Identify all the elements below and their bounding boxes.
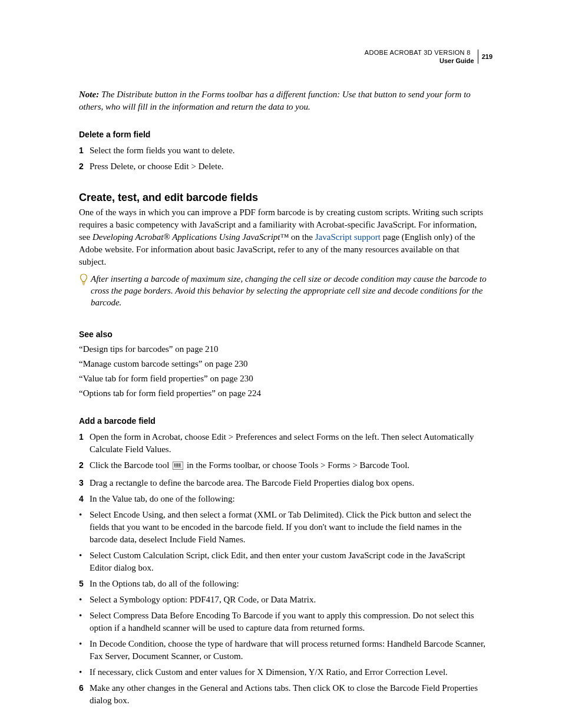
see-also-item: “Manage custom barcode settings” on page… bbox=[79, 358, 487, 370]
see-also-heading: See also bbox=[79, 328, 487, 341]
bullet-icon: • bbox=[79, 610, 90, 634]
see-also-item: “Design tips for barcodes” on page 210 bbox=[79, 343, 487, 355]
step-number: 4 bbox=[79, 493, 90, 505]
step-text: Click the Barcode tool in the Forms tool… bbox=[90, 459, 409, 473]
svg-rect-3 bbox=[177, 463, 177, 467]
bullet-text: Select a Symbology option: PDF417, QR Co… bbox=[90, 594, 316, 606]
bullet-icon: • bbox=[79, 666, 90, 678]
add-barcode-heading: Add a barcode field bbox=[79, 415, 487, 427]
javascript-support-link[interactable]: JavaScript support bbox=[315, 232, 381, 242]
step-number: 3 bbox=[79, 477, 90, 489]
see-also-item: “Value tab for form field properties” on… bbox=[79, 373, 487, 385]
step-number: 2 bbox=[79, 160, 90, 173]
bullet-icon: • bbox=[79, 549, 90, 574]
note-label: Note: bbox=[79, 90, 99, 99]
list-item: •Select a Symbology option: PDF417, QR C… bbox=[79, 594, 487, 606]
step-text: In the Options tab, do all of the follow… bbox=[90, 578, 239, 590]
list-item: •Select Encode Using, and then select a … bbox=[79, 509, 487, 546]
bullet-icon: • bbox=[79, 594, 90, 606]
list-item: 6Make any other changes in the General a… bbox=[79, 682, 487, 707]
barcode-tool-icon bbox=[173, 461, 183, 473]
bullet-icon: • bbox=[79, 638, 90, 663]
page-number: 219 bbox=[478, 52, 492, 61]
step-text: Press Delete, or choose Edit > Delete. bbox=[90, 160, 224, 173]
note-paragraph: Note: The Distribute button in the Forms… bbox=[79, 88, 487, 113]
step-number: 2 bbox=[79, 459, 90, 473]
barcode-section-heading: Create, test, and edit barcode fields bbox=[79, 192, 487, 204]
header-guide: User Guide bbox=[439, 57, 474, 65]
svg-rect-5 bbox=[179, 463, 180, 467]
book-title: Developing Acrobat® Applications Using J… bbox=[92, 232, 289, 242]
step-text: Drag a rectangle to define the barcode a… bbox=[90, 477, 414, 489]
bullet-icon: • bbox=[79, 509, 90, 546]
list-item: 3Drag a rectangle to define the barcode … bbox=[79, 477, 487, 489]
step-text: In the Value tab, do one of the followin… bbox=[90, 493, 235, 505]
svg-rect-7 bbox=[174, 467, 181, 468]
bullet-text: Select Encode Using, and then select a f… bbox=[90, 509, 487, 546]
text: in the Forms toolbar, or choose Tools > … bbox=[184, 460, 409, 470]
delete-form-field-heading: Delete a form field bbox=[79, 129, 487, 141]
step-text: Open the form in Acrobat, choose Edit > … bbox=[90, 431, 487, 456]
bullet-text: In Decode Condition, choose the type of … bbox=[90, 638, 487, 663]
barcode-paragraph: One of the ways in which you can improve… bbox=[79, 206, 487, 268]
step-text: Make any other changes in the General an… bbox=[90, 682, 487, 707]
list-item: •In Decode Condition, choose the type of… bbox=[79, 638, 487, 663]
note-text: The Distribute button in the Forms toolb… bbox=[79, 90, 471, 111]
step-number: 5 bbox=[79, 578, 90, 590]
list-item: 1Open the form in Acrobat, choose Edit >… bbox=[79, 431, 487, 456]
list-item: 4In the Value tab, do one of the followi… bbox=[79, 493, 487, 505]
step-number: 1 bbox=[79, 431, 90, 456]
text: Click the Barcode tool bbox=[90, 460, 171, 470]
step-number: 6 bbox=[79, 682, 90, 707]
see-also-item: “Options tab for form field properties” … bbox=[79, 387, 487, 400]
lightbulb-icon bbox=[79, 274, 91, 289]
list-item: •Select Custom Calculation Script, click… bbox=[79, 549, 487, 574]
text: on the bbox=[289, 232, 315, 242]
list-item: 2Press Delete, or choose Edit > Delete. bbox=[79, 160, 487, 173]
list-item: 5In the Options tab, do all of the follo… bbox=[79, 578, 487, 590]
svg-rect-1 bbox=[174, 463, 175, 467]
svg-rect-2 bbox=[176, 463, 176, 467]
bullet-text: If necessary, click Custom and enter val… bbox=[90, 666, 448, 678]
svg-rect-4 bbox=[178, 463, 179, 467]
bullet-text: Select Custom Calculation Script, click … bbox=[90, 549, 487, 574]
list-item: •Select Compress Data Before Encoding To… bbox=[79, 610, 487, 634]
list-item: 2 Click the Barcode tool in the Forms to… bbox=[79, 459, 487, 473]
step-number: 1 bbox=[79, 144, 90, 157]
header-title: ADOBE ACROBAT 3D VERSION 8 bbox=[365, 48, 474, 57]
step-text: Select the form fields you want to delet… bbox=[90, 144, 235, 157]
bullet-text: Select Compress Data Before Encoding To … bbox=[90, 610, 487, 634]
tip-text: After inserting a barcode of maximum siz… bbox=[91, 273, 487, 308]
list-item: 1Select the form fields you want to dele… bbox=[79, 144, 487, 157]
svg-rect-6 bbox=[180, 463, 181, 467]
list-item: •If necessary, click Custom and enter va… bbox=[79, 666, 487, 678]
tip-callout: After inserting a barcode of maximum siz… bbox=[79, 273, 487, 308]
page-header: ADOBE ACROBAT 3D VERSION 8 User Guide 21… bbox=[365, 48, 492, 65]
